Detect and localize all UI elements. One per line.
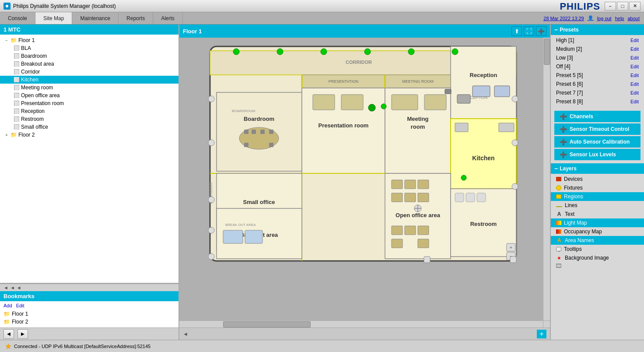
forward-button[interactable]: ► — [18, 329, 28, 339]
map-zoom-in[interactable]: ➕ — [536, 26, 546, 36]
preset-edit-7[interactable]: Edit — [630, 90, 639, 95]
tree-label-meeting: Meeting room — [21, 84, 53, 91]
tab-console[interactable]: Console — [0, 12, 35, 24]
preset-edit-off[interactable]: Edit — [630, 64, 639, 69]
svg-point-98 — [381, 104, 386, 109]
svg-point-93 — [512, 183, 518, 190]
about-link[interactable]: about — [627, 16, 640, 21]
minimize-button[interactable]: − — [605, 2, 616, 11]
sensor-lux-plus-icon: ➕ — [560, 151, 567, 158]
preset-row-medium[interactable]: Medium [2] Edit — [551, 45, 644, 53]
tab-reports[interactable]: Reports — [119, 12, 153, 24]
map-hscrollbar[interactable] — [179, 320, 543, 327]
layer-row-devices[interactable]: Devices — [551, 175, 644, 183]
logout-link[interactable]: log out — [597, 16, 612, 21]
preset-row-7[interactable]: Preset 7 [7] Edit — [551, 88, 644, 97]
layer-row-bgimage[interactable] — [551, 262, 644, 269]
expand-floor2[interactable]: + — [4, 132, 10, 138]
preset-edit-medium[interactable]: Edit — [630, 46, 639, 52]
layer-label-areanames: Area Names — [565, 237, 594, 243]
tree-item-presentation[interactable]: ⬜ Presentation room — [0, 99, 178, 107]
preset-row-5[interactable]: Preset 5 [5] Edit — [551, 71, 644, 80]
close-button[interactable]: ✕ — [629, 2, 640, 11]
auto-sensor-button[interactable]: ➕ Auto Sensor Calibration — [554, 136, 640, 148]
expand-floor1[interactable]: − — [4, 37, 10, 43]
bottom-toolbar: ◄ ► — [0, 327, 178, 340]
status-dot-icon — [5, 343, 11, 349]
map-vscrollbar[interactable] — [543, 38, 550, 320]
layer-row-fixtures[interactable]: Fixtures — [551, 183, 644, 192]
svg-text:Boardroom: Boardroom — [244, 116, 274, 122]
tree-item-floor2[interactable]: + 📁 Floor 2 — [0, 131, 178, 139]
svg-rect-42 — [499, 123, 514, 132]
scrollbar-corner — [543, 320, 550, 327]
tab-maintenance[interactable]: Maintenance — [72, 12, 119, 24]
svg-text:room: room — [411, 123, 425, 130]
restore-button[interactable]: □ — [617, 2, 628, 11]
layer-row-text[interactable]: A Text — [551, 210, 644, 218]
svg-rect-99 — [424, 257, 430, 263]
preset-edit-high[interactable]: Edit — [630, 38, 639, 43]
preset-row-6[interactable]: Preset 6 [6] Edit — [551, 80, 644, 88]
layer-row-lightmap[interactable]: Light Map — [551, 218, 644, 227]
tree-item-boardroom[interactable]: ⬜ Boardroom — [0, 52, 178, 60]
layer-row-occupancy[interactable]: Occupancy Map — [551, 227, 644, 236]
preset-edit-5[interactable]: Edit — [630, 73, 639, 78]
window-controls[interactable]: − □ ✕ — [605, 2, 640, 11]
map-container[interactable]: CORRIDOR Reception RECEPTION PR — [179, 38, 550, 327]
bookmark-add[interactable]: Add — [4, 303, 12, 308]
layer-row-tooltips[interactable]: Tooltips — [551, 245, 644, 253]
map-add-floor-button[interactable]: + — [537, 330, 546, 338]
bookmark-floor1[interactable]: 📁 Floor 1 — [4, 310, 175, 318]
preset-edit-low[interactable]: Edit — [630, 55, 639, 60]
preset-row-low[interactable]: Low [3] Edit — [551, 53, 644, 62]
tab-alerts[interactable]: Alerts — [153, 12, 183, 24]
window-title: Philips Dynalite System Manager (localho… — [13, 3, 605, 9]
presets-collapse-icon[interactable]: − — [554, 26, 558, 33]
scroll-arr-left2[interactable]: ◄ — [10, 285, 15, 290]
tree-item-reception[interactable]: ⬜ Reception — [0, 107, 178, 115]
svg-point-82 — [321, 49, 327, 55]
svg-rect-70 — [245, 230, 262, 243]
bookmark-edit[interactable]: Edit — [16, 303, 24, 308]
tree-item-meeting[interactable]: ⬜ Meeting room — [0, 84, 178, 92]
tree-item-smalloffice[interactable]: ⬜ Small office — [0, 123, 178, 131]
tree-item-bla[interactable]: ⬜ BLA — [0, 44, 178, 52]
svg-rect-13 — [494, 86, 510, 97]
layer-row-regions[interactable]: Regions — [551, 192, 644, 201]
preset-edit-8[interactable]: Edit — [630, 99, 639, 104]
map-hscrollbar-thumb[interactable] — [223, 321, 311, 327]
map-select-tool[interactable]: ⬆ — [511, 26, 522, 36]
map-vscrollbar-thumb[interactable] — [544, 39, 550, 65]
back-button[interactable]: ◄ — [4, 329, 14, 339]
tree-item-floor1[interactable]: − 📁 Floor 1 — [0, 36, 178, 44]
tree-item-corridor[interactable]: ⬜ Corridor — [0, 68, 178, 76]
sensor-timeout-label: Sensor Timeout Control — [570, 126, 629, 132]
tree-item-restroom[interactable]: ⬜ Restroom — [0, 115, 178, 123]
map-zoom-fit[interactable]: ⛶ — [524, 26, 534, 36]
tree-item-kitchen[interactable]: ⬜ Kitchen — [0, 76, 178, 84]
svg-rect-69 — [223, 230, 243, 243]
help-link[interactable]: help — [615, 16, 624, 21]
sensor-timeout-button[interactable]: ➕ Sensor Timeout Control — [554, 123, 640, 135]
tab-sitemap[interactable]: Site Map — [35, 12, 72, 24]
layers-collapse-icon[interactable]: − — [554, 165, 558, 172]
scroll-arr-left3[interactable]: ◄ — [17, 285, 21, 290]
tree-item-openoffice[interactable]: ⬜ Open office area — [0, 92, 178, 99]
preset-edit-6[interactable]: Edit — [630, 81, 639, 87]
bookmark-floor2[interactable]: 📁 Floor 2 — [4, 318, 175, 326]
layer-row-lines[interactable]: Lines — [551, 201, 644, 210]
map-nav-left[interactable]: ◄ — [183, 331, 188, 337]
svg-point-81 — [277, 49, 283, 55]
preset-row-high[interactable]: High [1] Edit — [551, 36, 644, 45]
layer-row-faulticons[interactable]: ★ Background Image — [551, 253, 644, 262]
tree-area[interactable]: − 📁 Floor 1 ⬜ BLA ⬜ Boardroom ⬜ Breakout… — [0, 35, 178, 284]
preset-row-off[interactable]: Off [4] Edit — [551, 62, 644, 71]
tree-item-breakout[interactable]: ⬜ Breakout area — [0, 60, 178, 68]
layer-row-areanames[interactable]: A Area Names — [551, 236, 644, 245]
preset-row-8[interactable]: Preset 8 [8] Edit — [551, 97, 644, 106]
scroll-arr-left1[interactable]: ◄ — [4, 285, 8, 290]
svg-rect-53 — [405, 226, 416, 235]
channels-button[interactable]: ➕ Channels — [554, 111, 640, 122]
sensor-lux-button[interactable]: ➕ Sensor Lux Levels — [554, 149, 640, 160]
